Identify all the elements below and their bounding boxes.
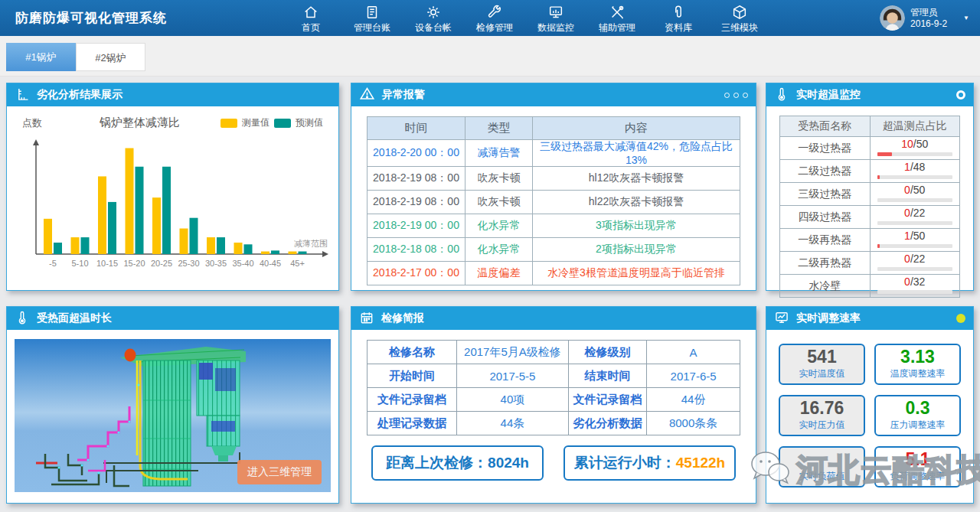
panel-degradation-header: 劣化分析结果展示 bbox=[7, 83, 338, 106]
bar-measured bbox=[152, 197, 161, 254]
overtemp-row: 水冷壁0/32 bbox=[780, 275, 960, 298]
bar-predicted bbox=[162, 167, 171, 254]
repair-table-body: 检修名称2017年5月A级检修检修级别A开始时间2017-5-5结束时间2017… bbox=[368, 341, 740, 435]
repair-row: 开始时间2017-5-5结束时间2017-6-5 bbox=[368, 364, 740, 388]
user-menu[interactable]: 管理员 2016-9-2 ▼ bbox=[880, 5, 969, 31]
legend-swatch-predicted bbox=[274, 119, 291, 128]
panel-menu-dots[interactable] bbox=[724, 93, 748, 98]
nav-item-aux[interactable]: 辅助管理 bbox=[586, 2, 648, 34]
overtemp-ratio-cell: 1/48 bbox=[870, 160, 960, 183]
overtemp-progress-track bbox=[877, 152, 953, 156]
warning-icon bbox=[359, 86, 375, 104]
metric-value: 16.76 bbox=[780, 398, 864, 419]
metric-card: 3.13温度调整速率 bbox=[874, 344, 961, 385]
overtemp-ratio: 1/50 bbox=[877, 230, 953, 242]
repair-value: 40项 bbox=[456, 388, 568, 412]
repair-value: A bbox=[647, 341, 740, 364]
panel-status-indicator[interactable] bbox=[956, 90, 965, 99]
thermometer-icon bbox=[15, 310, 30, 328]
monitor-chart-icon bbox=[525, 4, 586, 21]
alarm-row[interactable]: 2018-2-19 08：00吹灰卡顿hl12吹灰器卡顿报警 bbox=[368, 167, 740, 191]
x-tick-label: -5 bbox=[49, 259, 57, 268]
x-tick-label: 40-45 bbox=[260, 259, 281, 268]
alarm-table-body: 2018-2-20 00：00减薄告警三级过热器最大减薄值42%，危险点占比13… bbox=[368, 140, 740, 285]
overtemp-row: 三级过热器0/50 bbox=[780, 183, 960, 206]
alarm-type: 减薄告警 bbox=[466, 140, 533, 167]
metric-label: 温度调整速率 bbox=[876, 367, 959, 380]
alarm-type: 化水异常 bbox=[466, 214, 533, 238]
nav-item-data-monitor[interactable]: 数据监控 bbox=[525, 2, 586, 34]
main-nav: 首页 管理台账 设备台帐 检修管理 数据监控 辅助管理 bbox=[280, 2, 770, 34]
alarm-row[interactable]: 2018-2-20 00：00减薄告警三级过热器最大减薄值42%，危险点占比13… bbox=[368, 140, 740, 167]
alarm-table: 时间 类型 内容 2018-2-20 00：00减薄告警三级过热器最大减薄值42… bbox=[367, 116, 740, 285]
alarm-time: 2018-2-20 00：00 bbox=[368, 140, 466, 167]
thinning-bar-chart: -55-1010-1515-2020-2525-3030-3535-4040-4… bbox=[7, 130, 338, 287]
legend-label-predicted: 预测值 bbox=[296, 116, 323, 129]
avatar[interactable] bbox=[880, 5, 905, 31]
alarm-row[interactable]: 2018-2-19 00：00化水异常3项指标出现异常 bbox=[368, 214, 740, 238]
nav-item-ledger[interactable]: 管理台账 bbox=[341, 2, 403, 34]
panel-boiler-header: 受热面超温时长 bbox=[7, 307, 338, 330]
monitor-trend-icon bbox=[774, 310, 789, 328]
metric-card: 541实时温度值 bbox=[779, 344, 865, 385]
overtemp-progress-track bbox=[877, 175, 953, 179]
panel-status-indicator[interactable] bbox=[956, 314, 965, 323]
alarm-row[interactable]: 2018-2-19 08：00吹灰卡顿hl22吹灰器卡顿报警 bbox=[368, 191, 740, 214]
bar-predicted bbox=[190, 218, 198, 254]
bar-predicted bbox=[299, 252, 307, 254]
surface-name: 四级过热器 bbox=[780, 206, 871, 229]
alarm-row[interactable]: 2018-2-17 00：00温度偏差水冷壁3根管道温度明显高于临近管排 bbox=[368, 262, 740, 285]
dot-icon bbox=[743, 93, 748, 98]
x-axis-arrow bbox=[322, 251, 328, 257]
metric-value: 5.1 bbox=[876, 449, 959, 470]
bar-predicted bbox=[217, 237, 225, 254]
alarm-content: 2项指标出现异常 bbox=[533, 238, 740, 262]
metric-value: 0.3 bbox=[876, 398, 959, 419]
total-running-hours-button[interactable]: 累计运行小时： 45122h bbox=[564, 445, 736, 481]
overtemp-progress-track bbox=[877, 267, 953, 271]
alarm-time: 2018-2-18 08：00 bbox=[368, 238, 466, 262]
overtemp-progress-track bbox=[877, 221, 953, 225]
repair-row: 处理记录数据44条劣化分析数据8000条条 bbox=[368, 412, 740, 435]
tools-icon bbox=[586, 4, 648, 21]
bar-predicted bbox=[108, 202, 116, 254]
alarm-row[interactable]: 2018-2-18 08：00化水异常2项指标出现异常 bbox=[368, 238, 740, 262]
panel-overtemp-monitor: 实时超温监控 受热面名称 超温测点占比 一级过热器10/50二级过热器1/48三… bbox=[766, 83, 974, 291]
nav-item-repair[interactable]: 检修管理 bbox=[464, 2, 525, 34]
nav-item-3d[interactable]: 三维模块 bbox=[709, 2, 770, 34]
alarm-type: 吹灰卡顿 bbox=[466, 191, 533, 214]
metric-label: 压力调整速率 bbox=[876, 419, 959, 432]
wrench-icon bbox=[464, 4, 525, 21]
overtemp-table-body: 一级过热器10/50二级过热器1/48三级过热器0/50四级过热器0/22一级再… bbox=[780, 137, 960, 298]
tab-boiler-2[interactable]: #2锅炉 bbox=[76, 43, 145, 71]
nav-item-home[interactable]: 首页 bbox=[280, 2, 341, 34]
alarm-time: 2018-2-17 00：00 bbox=[368, 262, 466, 285]
panel-title: 实时调整速率 bbox=[796, 311, 861, 325]
chevron-down-icon[interactable]: ▼ bbox=[963, 15, 969, 21]
alarm-time: 2018-2-19 00：00 bbox=[368, 214, 466, 238]
boiler-3d-view[interactable]: 进入三维管理 bbox=[15, 339, 331, 495]
surface-name: 三级过热器 bbox=[780, 183, 871, 206]
dot-icon bbox=[733, 93, 739, 98]
surface-name: 水冷壁 bbox=[780, 275, 871, 298]
panel-overtemp-duration: 受热面超温时长 bbox=[6, 306, 339, 504]
bar-measured bbox=[234, 243, 243, 254]
overtemp-ratio-cell: 10/50 bbox=[870, 137, 960, 160]
metric-value: 541 bbox=[780, 347, 864, 367]
metric-card: 实时负荷值 bbox=[779, 446, 865, 488]
nav-item-library[interactable]: 资料库 bbox=[648, 2, 709, 34]
since-last-repair-button[interactable]: 距离上次检修： 8024h bbox=[371, 445, 544, 481]
metric-card: 16.76实时压力值 bbox=[779, 395, 865, 436]
panel-adjust-rate: 实时调整速率 541实时温度值3.13温度调整速率16.76实时压力值0.3压力… bbox=[766, 306, 974, 504]
legend-swatch-measured bbox=[220, 119, 237, 128]
enter-3d-management-button[interactable]: 进入三维管理 bbox=[237, 460, 322, 484]
app-title: 防磨防爆可视化管理系统 bbox=[15, 9, 167, 27]
panel-adjust-header: 实时调整速率 bbox=[766, 307, 973, 330]
x-tick-label: 10-15 bbox=[96, 259, 118, 268]
tab-boiler-1[interactable]: #1锅炉 bbox=[6, 43, 76, 71]
overtemp-ratio-cell: 0/32 bbox=[870, 275, 960, 298]
column-header-ratio: 超温测点占比 bbox=[870, 116, 960, 137]
chart-title: 锅炉整体减薄比 bbox=[59, 116, 220, 130]
overtemp-row: 二级再热器0/22 bbox=[780, 252, 960, 275]
nav-item-equipment[interactable]: 设备台帐 bbox=[403, 2, 464, 34]
